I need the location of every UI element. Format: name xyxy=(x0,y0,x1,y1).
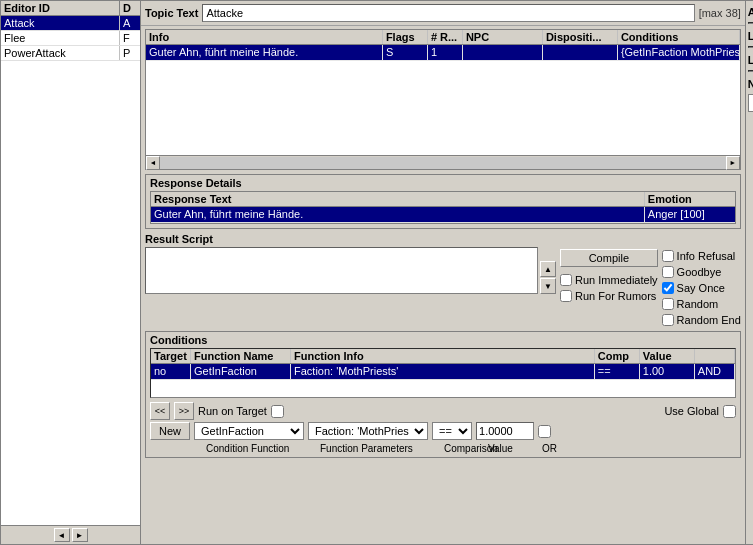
script-scroll-down[interactable]: ▼ xyxy=(540,278,556,294)
info-refusal-row: Info Refusal xyxy=(662,250,741,262)
info-refusal-checkbox[interactable] xyxy=(662,250,674,262)
editor-list[interactable]: AttackAFleeFPowerAttackP xyxy=(1,16,140,525)
right-sidebar: Add Topics Link To Link From Next Speake… xyxy=(745,1,753,544)
link-to-label: Link To xyxy=(748,30,753,42)
response-header: Response Text Emotion xyxy=(151,192,735,207)
goodbye-checkbox[interactable] xyxy=(662,266,674,278)
next-speaker-label: Next Speaker xyxy=(748,78,753,90)
result-script-section: Result Script ▲ ▼ Compile Run Immediatel… xyxy=(145,233,741,327)
compile-button[interactable]: Compile xyxy=(560,249,658,267)
info-col-cond-header: Conditions xyxy=(618,30,740,44)
cond-row[interactable]: no GetInFaction Faction: 'MothPriests' =… xyxy=(151,364,735,380)
list-item-name: PowerAttack xyxy=(1,46,120,60)
info-col-npc-header: NPC xyxy=(463,30,543,44)
info-refusal-label: Info Refusal xyxy=(677,250,736,262)
say-once-checkbox[interactable] xyxy=(662,282,674,294)
info-col-info-header: Info xyxy=(146,30,383,44)
use-global-label: Use Global xyxy=(664,405,718,417)
script-scroll-up[interactable]: ▲ xyxy=(540,261,556,277)
link-from-label: Link From xyxy=(748,54,753,66)
cond-labels-row: Condition Function Function Parameters C… xyxy=(150,442,736,455)
list-item[interactable]: PowerAttackP xyxy=(1,46,140,61)
add-topics-list[interactable] xyxy=(748,22,753,24)
info-col-r-header: # R... xyxy=(428,30,463,44)
info-cell-info: Guter Ahn, führt meine Hände. xyxy=(146,45,383,60)
cond-cell-func: GetInFaction xyxy=(191,364,291,379)
left-panel: Editor ID D AttackAFleeFPowerAttackP ◄ ► xyxy=(1,1,141,544)
conditions-table[interactable]: Target Function Name Function Info Comp … xyxy=(150,348,736,398)
right-panel: Topic Text [max 38] Info Flags # R... NP… xyxy=(141,1,745,544)
conditions-section: Conditions Target Function Name Function… xyxy=(145,331,741,458)
cond-target-header: Target xyxy=(151,349,191,363)
scroll-left-btn[interactable]: ◄ xyxy=(54,528,70,542)
info-cell-npc xyxy=(463,45,543,60)
comp-select[interactable]: == xyxy=(432,422,472,440)
run-immediately-checkbox[interactable] xyxy=(560,274,572,286)
flags-panel: Info Refusal Goodbye Say Once Random Ran… xyxy=(662,233,741,327)
info-col-disp-header: Dispositi... xyxy=(543,30,618,44)
cond-header: Target Function Name Function Info Comp … xyxy=(151,349,735,364)
next-speaker-dropdown[interactable] xyxy=(748,94,753,112)
conditions-section-title: Conditions xyxy=(146,332,740,348)
cond-top-controls: << >> Run on Target Use Global xyxy=(150,402,736,420)
info-hscroll-right[interactable]: ► xyxy=(726,156,740,170)
cond-value-header: Value xyxy=(640,349,695,363)
run-immediately-label: Run Immediately xyxy=(575,274,658,286)
list-item[interactable]: FleeF xyxy=(1,31,140,46)
response-table[interactable]: Response Text Emotion Guter Ahn, führt m… xyxy=(150,191,736,224)
topic-text-input[interactable] xyxy=(202,4,694,22)
response-row[interactable]: Guter Ahn, führt meine Hände. Anger [100… xyxy=(151,207,735,223)
or-label: OR xyxy=(542,443,557,454)
result-script-label: Result Script xyxy=(145,233,556,245)
random-label: Random xyxy=(677,298,719,310)
cond-cell-info: Faction: 'MothPriests' xyxy=(291,364,595,379)
cond-cell-value: 1.00 xyxy=(640,364,695,379)
response-section: Response Details Response Text Emotion G… xyxy=(145,174,741,229)
cond-cell-comp: == xyxy=(595,364,640,379)
script-right-panel: Compile Run Immediately Run For Rumors xyxy=(560,233,658,327)
result-script-box: Result Script ▲ ▼ xyxy=(145,233,556,327)
info-hscroll-left[interactable]: ◄ xyxy=(146,156,160,170)
random-checkbox[interactable] xyxy=(662,298,674,310)
goodbye-row: Goodbye xyxy=(662,266,741,278)
link-to-list[interactable] xyxy=(748,46,753,48)
run-for-rumors-row: Run For Rumors xyxy=(560,290,658,302)
resp-col-text-header: Response Text xyxy=(151,192,645,206)
run-for-rumors-label: Run For Rumors xyxy=(575,290,656,302)
or-checkbox[interactable] xyxy=(538,425,551,438)
cond-controls: << >> Run on Target Use Global New GetIn… xyxy=(146,400,740,457)
list-item[interactable]: AttackA xyxy=(1,16,140,31)
info-table-row[interactable]: Guter Ahn, führt meine Hände. S 1 {GetIn… xyxy=(146,45,740,61)
info-table-body[interactable]: Guter Ahn, führt meine Hände. S 1 {GetIn… xyxy=(146,45,740,155)
scroll-right-btn[interactable]: ► xyxy=(72,528,88,542)
link-from-list[interactable] xyxy=(748,70,753,72)
cond-func-select[interactable]: GetInFaction xyxy=(194,422,304,440)
list-item-val: A xyxy=(120,16,140,30)
topic-text-max: [max 38] xyxy=(699,7,741,19)
nav-left-btn[interactable]: << xyxy=(150,402,170,420)
run-on-target-label: Run on Target xyxy=(198,405,267,417)
run-on-target-checkbox[interactable] xyxy=(271,405,284,418)
info-table-header: Info Flags # R... NPC Dispositi... Condi… xyxy=(146,30,740,45)
use-global-checkbox[interactable] xyxy=(723,405,736,418)
condition-function-label: Condition Function xyxy=(206,443,316,454)
random-end-checkbox[interactable] xyxy=(662,314,674,326)
cond-bottom-controls: New GetInFaction Faction: 'MothPriests' … xyxy=(150,422,736,440)
info-hscroll-track[interactable] xyxy=(160,157,726,169)
info-area: Info Flags # R... NPC Dispositi... Condi… xyxy=(145,29,741,170)
goodbye-label: Goodbye xyxy=(677,266,722,278)
list-item-name: Flee xyxy=(1,31,120,45)
nav-right-btn[interactable]: >> xyxy=(174,402,194,420)
function-params-label: Function Parameters xyxy=(320,443,440,454)
cond-or-header xyxy=(695,349,735,363)
info-hscroll[interactable]: ◄ ► xyxy=(146,155,740,169)
left-panel-header: Editor ID D xyxy=(1,1,140,16)
func-params-select[interactable]: Faction: 'MothPriests' xyxy=(308,422,428,440)
new-button[interactable]: New xyxy=(150,422,190,440)
result-script-textarea[interactable] xyxy=(145,247,538,294)
random-row: Random xyxy=(662,298,741,310)
topic-text-label: Topic Text xyxy=(145,7,198,19)
run-for-rumors-checkbox[interactable] xyxy=(560,290,572,302)
value-input[interactable] xyxy=(476,422,534,440)
cond-func-header: Function Name xyxy=(191,349,291,363)
